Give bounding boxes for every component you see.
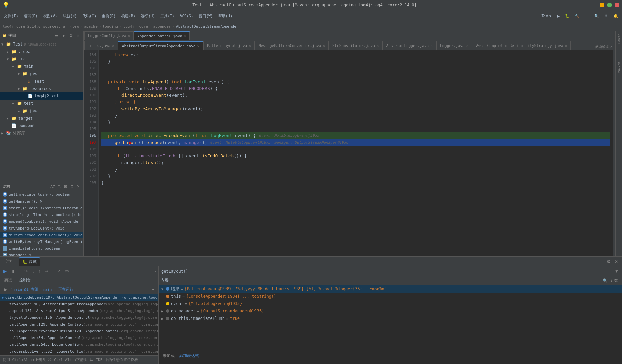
struct-item-writebytearray[interactable]: M writeByteArrayToManager(LogEvent): xyxy=(0,238,83,245)
struct-sort-alpha-button[interactable]: AZ xyxy=(49,184,56,189)
step-out-button[interactable]: ↑ xyxy=(37,268,42,274)
toolbar-menu-edit[interactable]: 编辑(E) xyxy=(22,13,40,19)
struct-item-stop[interactable]: M stop(long, TimeUnit, boolean): boo… xyxy=(0,211,83,218)
stack-frame-1[interactable]: append:181, AbstractOutputStreamAppender… xyxy=(0,307,158,314)
breadcrumb-item-jar[interactable]: log4j-core-2.14.0-sources.jar xyxy=(3,24,67,29)
tree-item-java-main[interactable]: ▼ 📁 java xyxy=(0,70,83,78)
struct-item-start[interactable]: M start(): void ↑AbstractFilterable xyxy=(0,205,83,211)
maximize-button[interactable] xyxy=(607,3,612,7)
struct-settings-button[interactable]: ⚙ xyxy=(69,184,75,189)
tree-item-java-test[interactable]: ▶ 📁 java xyxy=(0,107,83,115)
subtab-console[interactable]: 控制台 xyxy=(17,277,33,284)
build-button[interactable]: 🔨 xyxy=(573,13,582,19)
struct-item-immediateflush-field[interactable]: f immediateFlush: boolean xyxy=(0,245,83,252)
tab-abstractlogger[interactable]: AbstractLogger.java ✕ xyxy=(382,41,436,50)
tree-item-idea[interactable]: ▶ 📁 .idea xyxy=(0,48,83,55)
struct-item-directencode[interactable]: M directEncodeEvent(LogEvent): void xyxy=(0,232,83,238)
add-watch-link[interactable]: 添加表达式 xyxy=(179,353,199,359)
expand-vars-btn[interactable]: ▼ xyxy=(614,268,619,274)
breadcrumb-item-logging[interactable]: logging xyxy=(103,24,118,29)
var-item-result[interactable]: ▼ 结果 = {PatternLayout@1939} "%d{yyyy-MM-… xyxy=(159,285,622,293)
step-over-button[interactable]: ↷ xyxy=(23,268,29,274)
close-panel-button[interactable]: ✕ xyxy=(75,33,81,38)
tree-item-resources[interactable]: ▼ 📁 resources xyxy=(0,85,83,92)
toolbar-menu-code[interactable]: 代码(C) xyxy=(80,13,99,19)
resume-button[interactable]: ▶ xyxy=(2,268,8,274)
tab-run[interactable]: 运行 xyxy=(3,257,18,266)
tab-close-patternlayout[interactable]: ✕ xyxy=(249,43,251,48)
tree-item-src[interactable]: ▼ 📁 src xyxy=(0,55,83,63)
toolbar-menu-vcs[interactable]: VCS(S) xyxy=(178,13,195,19)
mini-scrollbar[interactable] xyxy=(613,50,615,256)
var-item-event[interactable]: ▼ event = {MutableLogEvent@1935} xyxy=(159,300,622,307)
toolbar-menu-nav[interactable]: 导航(N) xyxy=(61,13,79,19)
stack-frame-4[interactable]: callAppenderPreventRecursion:120, Append… xyxy=(0,328,158,334)
struct-sort-type-button[interactable]: ⇅ xyxy=(57,184,62,189)
tab-close-loggerconfig[interactable]: ✕ xyxy=(128,34,130,38)
struct-item-getimmediateflush[interactable]: M getImmediateFlush(): boolean xyxy=(0,191,83,198)
tab-tests-java[interactable]: Tests.java ✕ xyxy=(84,41,118,50)
code-content[interactable]: throw ex; } private void xyxy=(99,50,613,256)
tab-loggerconfig[interactable]: LoggerConfig.java ✕ xyxy=(84,31,134,40)
search-everywhere-button[interactable]: 🔍 xyxy=(592,13,601,19)
variables-list[interactable]: ▼ 结果 = {PatternLayout@1939} "%d{yyyy-MM-… xyxy=(159,285,622,347)
run-button[interactable]: ▶ xyxy=(555,13,562,19)
tree-item-test-class[interactable]: ▶ ☕ Test xyxy=(0,78,83,85)
toolbar-menu-run[interactable]: 运行(U) xyxy=(139,13,157,19)
tab-messagepattern[interactable]: MessagePatternConverter.java ✕ xyxy=(255,41,329,50)
thread-filter-btn[interactable]: ▾ xyxy=(151,286,156,293)
stack-frame-current[interactable]: ▶ directEncodeEvent:197, AbstractOutputS… xyxy=(0,294,158,301)
right-panel-btn-1[interactable]: Sol∨er xyxy=(617,32,621,46)
tree-item-log4j2-xml[interactable]: ▶ 📄 log4j2.xml xyxy=(0,92,83,100)
tab-close-tests[interactable]: ✕ xyxy=(112,43,114,48)
run-config-selector[interactable]: Test ▾ xyxy=(540,13,553,19)
bottom-settings-button[interactable]: ⚙ xyxy=(605,259,612,265)
tree-item-pom[interactable]: ▶ 📄 pom.xml xyxy=(0,122,83,129)
breadcrumb-item-apache[interactable]: apache xyxy=(84,24,98,29)
minimize-button[interactable] xyxy=(600,3,604,7)
tree-item-test-root[interactable]: ▼ 📁 Test D:\Download\Test xyxy=(0,40,83,48)
notifications-button[interactable]: 🔔 xyxy=(611,13,620,19)
struct-item-getmanager[interactable]: M getManager(): M xyxy=(0,198,83,205)
read-mode-button[interactable]: 阅读模式 ✓ xyxy=(593,44,615,50)
tab-close-awaitcompletion[interactable]: ✕ xyxy=(565,43,567,48)
bottom-close-panel-button[interactable]: ✕ xyxy=(613,259,619,265)
settings-project-button[interactable]: ⚙ xyxy=(68,33,74,38)
thread-selector[interactable]: ▾ xyxy=(154,269,156,273)
tab-patternlayout[interactable]: PatternLayout.java ✕ xyxy=(203,41,255,50)
breadcrumb-item-class[interactable]: AbstractOutputStreamAppender xyxy=(176,24,238,29)
vars-search-btn[interactable]: 🔍 xyxy=(602,278,609,284)
debug-button[interactable]: 🐛 xyxy=(563,13,572,19)
toolbar-menu-refactor[interactable]: 重构(R) xyxy=(100,13,118,19)
right-panel-btn-2[interactable]: Mav∨en xyxy=(617,60,621,75)
stack-frame-0[interactable]: tryAppend:190, AbstractOutputStreamAppen… xyxy=(0,301,158,307)
toolbar-menu-build[interactable]: 构建(B) xyxy=(119,13,137,19)
thread-resume-btn[interactable]: ▶ xyxy=(3,286,9,293)
tree-item-main[interactable]: ▼ 📁 main xyxy=(0,63,83,70)
breadcrumb-item-log4j[interactable]: log4j xyxy=(123,24,134,29)
add-watch-icon-btn[interactable]: + xyxy=(609,268,613,274)
vars-tab-content[interactable]: 内容 xyxy=(159,277,171,284)
add-watch-button[interactable]: 👁 xyxy=(64,268,71,274)
tree-item-test-folder[interactable]: ▼ 📁 test xyxy=(0,100,83,107)
breadcrumb-item-org[interactable]: org xyxy=(73,24,79,29)
close-button[interactable] xyxy=(615,3,619,7)
struct-expand-button[interactable]: ⊞ xyxy=(63,184,68,189)
tab-appendercontrol[interactable]: AppenderControl.java ✕ xyxy=(134,31,190,40)
stack-frame-7[interactable]: processLogEvent:502, LoggerConfig (org.a… xyxy=(0,348,158,355)
struct-close-button[interactable]: ✕ xyxy=(76,184,81,189)
tab-close-logger[interactable]: ✕ xyxy=(466,43,469,48)
tab-strsubstitutor[interactable]: StrSubstitutor.java ✕ xyxy=(329,41,382,50)
run-to-cursor-button[interactable]: ⇒ xyxy=(43,268,50,274)
file-tree[interactable]: ▼ 📁 Test D:\Download\Test ▶ 📁 .idea ▼ 📁 … xyxy=(0,40,83,182)
stack-frame-3[interactable]: callAppender:129, AppenderControl (org.a… xyxy=(0,321,158,328)
toolbar-menu-view[interactable]: 视图(V) xyxy=(41,13,59,19)
tab-close-abstractoutput[interactable]: ✕ xyxy=(197,44,199,48)
stack-frame-5[interactable]: callAppender:84, AppenderControl (org.ap… xyxy=(0,334,158,341)
var-item-manager[interactable]: ▶ oo manager = {OutputStreamManager@1936… xyxy=(159,307,622,315)
tab-abstractoutputstream[interactable]: AbstractOutputStreamAppender.java ✕ xyxy=(118,41,203,50)
tab-logger[interactable]: Logger.java ✕ xyxy=(436,41,472,50)
struct-item-append[interactable]: M append(LogEvent): void ↑Appender xyxy=(0,218,83,225)
stack-frame-6[interactable]: callAppenders:543, LoggerConfig (org.apa… xyxy=(0,341,158,348)
toolbar-menu-window[interactable]: 窗口(W) xyxy=(197,13,215,19)
